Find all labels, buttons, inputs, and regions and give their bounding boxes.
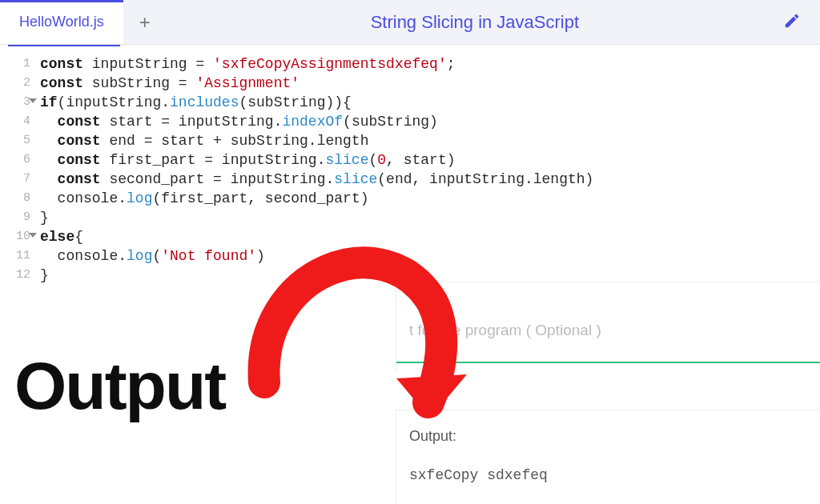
add-tab-button[interactable]: +: [123, 11, 167, 34]
code-line[interactable]: const end = start + subString.length: [40, 131, 820, 150]
line-number: 2: [0, 74, 30, 93]
header-actions: [783, 12, 820, 33]
code-line[interactable]: console.log('Not found'): [40, 246, 820, 266]
code-line[interactable]: const subString = 'Assignment': [40, 74, 820, 93]
output-text: sxfeCopy sdxefeq: [409, 467, 817, 483]
code-line[interactable]: const inputString = 'sxfeCopyAssignments…: [40, 54, 820, 74]
line-number: 10: [0, 227, 30, 246]
output-heading: Output:: [409, 428, 817, 445]
line-number: 4: [0, 112, 30, 131]
annotation-label: Output: [14, 347, 225, 425]
line-number: 3: [0, 93, 30, 112]
line-number: 11: [0, 246, 30, 266]
code-line[interactable]: const start = inputString.indexOf(subStr…: [40, 112, 820, 131]
edit-icon[interactable]: [783, 12, 801, 33]
page-title: String Slicing in JavaScript: [167, 12, 783, 33]
stdin-panel: TDIN t for the program ( Optional ): [396, 282, 820, 371]
code-line[interactable]: console.log(first_part, second_part): [40, 189, 820, 208]
active-tab-indicator: [8, 45, 120, 46]
file-tab-label: HelloWorld.js: [19, 14, 104, 30]
line-number: 5: [0, 131, 30, 150]
editor-tabs-bar: HelloWorld.js + String Slicing in JavaSc…: [0, 0, 820, 45]
plus-icon: +: [139, 11, 151, 33]
stdin-heading: TDIN: [396, 282, 820, 322]
line-number: 9: [0, 208, 30, 227]
code-line[interactable]: if(inputString.includes(subString)){: [40, 93, 820, 112]
code-line[interactable]: const second_part = inputString.slice(en…: [40, 170, 820, 189]
code-line[interactable]: }: [40, 208, 820, 227]
line-number: 1: [0, 54, 30, 74]
stdin-separator: [396, 362, 820, 363]
code-editor[interactable]: 123456789101112 const inputString = 'sxf…: [0, 45, 820, 285]
code-content[interactable]: const inputString = 'sxfeCopyAssignments…: [40, 54, 820, 285]
line-number: 8: [0, 189, 30, 208]
code-line[interactable]: else{: [40, 227, 820, 246]
code-line[interactable]: const first_part = inputString.slice(0, …: [40, 150, 820, 170]
line-gutter: 123456789101112: [0, 54, 40, 285]
stdin-placeholder: t for the program ( Optional ): [396, 322, 820, 362]
output-panel: Output: sxfeCopy sdxefeq: [396, 410, 820, 504]
line-number: 12: [0, 266, 30, 285]
line-number: 6: [0, 150, 30, 170]
line-number: 7: [0, 170, 30, 189]
file-tab[interactable]: HelloWorld.js: [0, 0, 123, 44]
